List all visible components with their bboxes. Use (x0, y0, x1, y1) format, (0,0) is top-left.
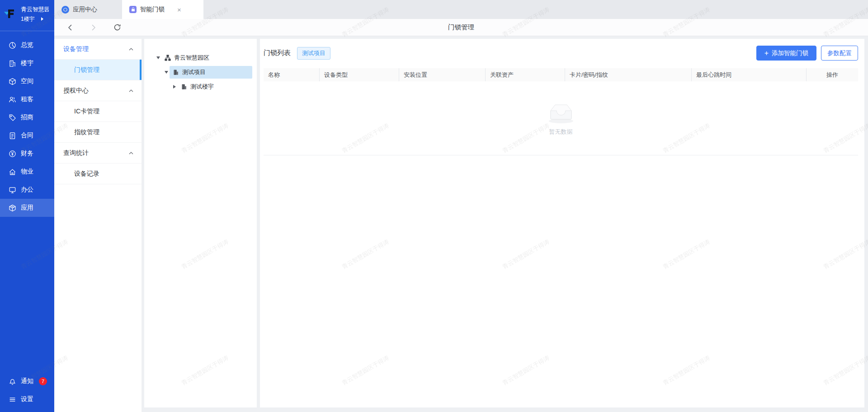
building2-icon (180, 84, 187, 90)
caret-down-icon[interactable] (155, 56, 161, 59)
sidebar-item-label: 办公 (21, 186, 33, 194)
tree-node-test-building[interactable]: 测试楼宇 (144, 80, 252, 94)
empty-state: 暂无数据 (544, 101, 578, 136)
tree-node-label: 测试项目 (182, 68, 206, 76)
page-toolbar: 门锁管理 (54, 19, 868, 36)
tab-app-center[interactable]: 应用中心 (54, 0, 122, 19)
list-title: 门锁列表 (264, 49, 291, 57)
menu-lines-icon (8, 395, 16, 403)
sidebar-item-label: 合同 (21, 131, 33, 140)
sidebar-item-label: 财务 (21, 150, 33, 158)
sitemap-icon (164, 55, 171, 61)
tree-node-label: 测试楼宇 (190, 83, 214, 91)
sidebar-item-label: 总览 (21, 41, 33, 49)
add-smart-lock-label: 添加智能门锁 (772, 49, 808, 57)
smart-lock-icon (129, 6, 137, 13)
project-tag: 测试项目 (297, 47, 330, 60)
sidebar-item-label: 招商 (21, 113, 33, 122)
door-lock-table: 名称 设备类型 安装位置 关联资产 卡片/密码/指纹 最后心跳时间 操作 (264, 68, 858, 155)
content-area: 设备管理 门锁管理 授权中心 IC卡管理 指纹管理 查询统计 (54, 36, 868, 412)
menu-item-label: IC卡管理 (74, 108, 99, 116)
tree-node-test-project[interactable]: 测试项目 (144, 65, 252, 80)
menu-item-label: 设备记录 (74, 170, 99, 178)
column-name: 名称 (264, 68, 320, 81)
sidebar-item-label: 通知 (21, 377, 33, 385)
menu-section-authorization-center[interactable]: 授权中心 (54, 80, 142, 101)
tab-label: 智能门锁 (140, 5, 165, 14)
sidebar-item-space[interactable]: 空间 (0, 72, 54, 90)
sidebar-item-property[interactable]: 物业 (0, 163, 54, 181)
tree-node-park[interactable]: 青云智慧园区 (144, 51, 252, 65)
menu-item-device-records[interactable]: 设备记录 (54, 164, 142, 184)
refresh-icon[interactable] (111, 22, 123, 33)
project-building-icon (172, 69, 179, 76)
column-operation: 操作 (807, 68, 858, 81)
back-icon[interactable] (64, 22, 76, 33)
secondary-menu: 设备管理 门锁管理 授权中心 IC卡管理 指纹管理 查询统计 (54, 39, 142, 412)
sidebar-item-overview[interactable]: 总览 (0, 36, 54, 54)
sidebar-item-building[interactable]: 楼宇 (0, 54, 54, 72)
sidebar-item-label: 物业 (21, 168, 33, 176)
sidebar-item-label: 楼宇 (21, 59, 33, 67)
sidebar-item-notifications[interactable]: 通知 7 (0, 372, 54, 390)
column-card-password-fingerprint: 卡片/密码/指纹 (565, 68, 692, 81)
logo-area: 青云智慧园区 1楼宇 (0, 0, 54, 28)
parameter-config-label: 参数配置 (827, 49, 852, 57)
monitor-icon (8, 186, 16, 194)
menu-section-query-statistics[interactable]: 查询统计 (54, 143, 142, 164)
notification-badge: 7 (39, 377, 47, 385)
bell-icon (8, 377, 16, 385)
close-icon[interactable]: × (177, 6, 181, 13)
caret-down-icon[interactable] (163, 71, 170, 74)
primary-sidebar: 青云智慧园区 1楼宇 总览 楼宇 空间 租 (0, 0, 54, 412)
sidebar-item-tenants[interactable]: 租客 (0, 90, 54, 108)
home-icon (8, 168, 16, 176)
contract-icon (8, 131, 16, 140)
page-title: 门锁管理 (54, 23, 868, 32)
table-header: 名称 设备类型 安装位置 关联资产 卡片/密码/指纹 最后心跳时间 操作 (264, 68, 858, 81)
menu-item-label: 门锁管理 (74, 66, 99, 74)
brand-logo-icon (4, 7, 19, 21)
menu-section-label: 设备管理 (63, 45, 89, 53)
sidebar-item-finance[interactable]: 财务 (0, 145, 54, 163)
tab-bar: 应用中心 智能门锁 × (54, 0, 868, 19)
sidebar-item-label: 应用 (21, 204, 33, 212)
sidebar-item-settings[interactable]: 设置 (0, 390, 54, 408)
tree-node-label: 青云智慧园区 (174, 54, 209, 62)
chevron-up-icon (129, 48, 133, 51)
add-smart-lock-button[interactable]: + 添加智能门锁 (756, 46, 816, 61)
sidebar-item-investment[interactable]: 招商 (0, 108, 54, 126)
chevron-up-icon (129, 152, 133, 154)
cube-icon (8, 77, 16, 85)
primary-nav: 总览 楼宇 空间 租客 招商 合同 (0, 31, 54, 372)
menu-item-door-lock-management[interactable]: 门锁管理 (54, 60, 142, 80)
app-center-icon (61, 6, 69, 14)
tab-smart-lock[interactable]: 智能门锁 × (122, 0, 203, 19)
menu-item-fingerprint-management[interactable]: 指纹管理 (54, 122, 142, 143)
column-install-location: 安装位置 (399, 68, 486, 81)
brand-sub: 1楼宇 (21, 15, 35, 23)
menu-section-label: 授权中心 (63, 87, 89, 95)
app-window: 青云智慧园区 1楼宇 总览 楼宇 空间 租 (0, 0, 868, 412)
expand-caret-icon[interactable] (41, 17, 43, 21)
tab-label: 应用中心 (73, 5, 97, 14)
column-linked-asset: 关联资产 (486, 68, 565, 81)
sidebar-item-label: 设置 (21, 395, 33, 403)
sidebar-item-apps[interactable]: 应用 (0, 199, 54, 217)
parameter-config-button[interactable]: 参数配置 (821, 46, 858, 61)
project-tree: 青云智慧园区 测试项目 (144, 39, 257, 407)
sidebar-item-contract[interactable]: 合同 (0, 126, 54, 145)
sidebar-item-label: 租客 (21, 95, 33, 103)
menu-item-ic-card-management[interactable]: IC卡管理 (54, 101, 142, 122)
tenants-icon (8, 95, 16, 103)
sidebar-item-office[interactable]: 办公 (0, 181, 54, 199)
brand-name: 青云智慧园区 (21, 5, 49, 14)
menu-section-label: 查询统计 (63, 149, 89, 157)
sidebar-item-label: 空间 (21, 77, 33, 85)
menu-item-label: 指纹管理 (74, 128, 99, 136)
empty-tray-icon (544, 101, 578, 124)
table-body: 暂无数据 (264, 81, 858, 155)
caret-right-icon[interactable] (171, 85, 178, 89)
forward-icon[interactable] (88, 22, 99, 33)
menu-section-device-management[interactable]: 设备管理 (54, 39, 142, 60)
